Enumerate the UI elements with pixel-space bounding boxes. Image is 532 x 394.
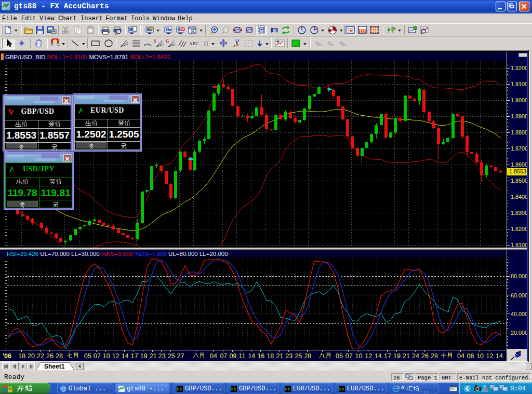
svg-text:26: 26 — [421, 352, 429, 360]
svg-text:1.8700: 1.8700 — [511, 145, 528, 152]
svg-text:06: 06 — [467, 352, 474, 360]
svg-text:20: 20 — [28, 352, 35, 360]
svg-text:28: 28 — [304, 352, 311, 360]
svg-text:17: 17 — [131, 352, 138, 360]
svg-text:21: 21 — [403, 352, 410, 360]
svg-text:1.8300: 1.8300 — [511, 210, 528, 216]
svg-text:12: 12 — [365, 352, 372, 360]
svg-text:23: 23 — [158, 352, 166, 360]
svg-text:26: 26 — [46, 352, 54, 360]
svg-text:19: 19 — [393, 352, 401, 360]
svg-text:07: 07 — [345, 352, 353, 360]
svg-text:12: 12 — [112, 352, 119, 360]
svg-text:1.8400: 1.8400 — [511, 194, 528, 200]
svg-text:22: 22 — [37, 352, 44, 360]
svg-text:S: S — [154, 39, 156, 44]
svg-text:21: 21 — [150, 352, 157, 360]
svg-text:23: 23 — [285, 352, 292, 360]
svg-text:10: 10 — [476, 352, 484, 360]
svg-text:ABC: ABC — [189, 41, 199, 46]
svg-text:1.8553: 1.8553 — [509, 168, 526, 174]
svg-text:25: 25 — [168, 352, 175, 360]
svg-text:14: 14 — [248, 352, 255, 360]
svg-text:28: 28 — [431, 352, 438, 360]
svg-text:21: 21 — [276, 352, 283, 360]
svg-text:17: 17 — [384, 352, 391, 360]
svg-text:1.8800: 1.8800 — [511, 129, 528, 135]
svg-text:1.8600: 1.8600 — [511, 161, 528, 168]
svg-text:18: 18 — [267, 352, 274, 360]
svg-text:Accu: Accu — [3, 2, 8, 5]
svg-text:20.000: 20.000 — [511, 330, 528, 336]
svg-text:80.000: 80.000 — [511, 273, 528, 279]
svg-text:Sheet1: Sheet1 — [44, 363, 65, 370]
svg-text:1.8200: 1.8200 — [511, 226, 528, 232]
svg-text:05: 05 — [336, 352, 343, 360]
svg-text:1.8100: 1.8100 — [511, 242, 528, 248]
svg-text:1.8900: 1.8900 — [511, 113, 528, 119]
svg-text:1.9200: 1.9200 — [511, 65, 528, 71]
svg-text:19: 19 — [140, 352, 148, 360]
svg-text:04: 04 — [457, 352, 464, 360]
svg-text:25: 25 — [295, 352, 302, 360]
svg-text:12: 12 — [486, 352, 494, 360]
svg-text:18: 18 — [18, 352, 25, 360]
svg-text:60.000: 60.000 — [511, 292, 528, 298]
svg-text:14: 14 — [122, 352, 129, 360]
svg-text:1.9100: 1.9100 — [511, 81, 528, 87]
svg-text:05: 05 — [84, 352, 91, 360]
svg-text:RSI=29.426 UL=70.000 LL=30.000: RSI=29.426 UL=70.000 LL=30.000 %KS=9.690… — [7, 251, 228, 257]
svg-text:10: 10 — [103, 352, 110, 360]
svg-text:07: 07 — [220, 352, 227, 360]
svg-text:14: 14 — [375, 352, 382, 360]
svg-text:14: 14 — [496, 352, 503, 360]
svg-text:10: 10 — [355, 352, 363, 360]
svg-text:09: 09 — [229, 352, 236, 360]
svg-text:1.8500: 1.8500 — [511, 178, 528, 184]
svg-text:'06: '06 — [3, 352, 11, 360]
svg-text:11: 11 — [238, 352, 245, 360]
svg-text:27: 27 — [177, 352, 184, 360]
svg-text:1.9000: 1.9000 — [511, 97, 528, 103]
svg-text:40.000: 40.000 — [511, 311, 528, 317]
svg-text:04: 04 — [210, 352, 217, 360]
svg-text:07: 07 — [94, 352, 101, 360]
svg-text:28: 28 — [56, 352, 63, 360]
svg-text:16: 16 — [257, 352, 264, 360]
svg-text:GBP/USD_BID BOLL1=1.9105 MOVS=: GBP/USD_BID BOLL1=1.9105 MOVS=1.8791 BOL… — [5, 54, 170, 60]
svg-text:24: 24 — [412, 352, 419, 360]
svg-text:G: G — [166, 39, 169, 44]
